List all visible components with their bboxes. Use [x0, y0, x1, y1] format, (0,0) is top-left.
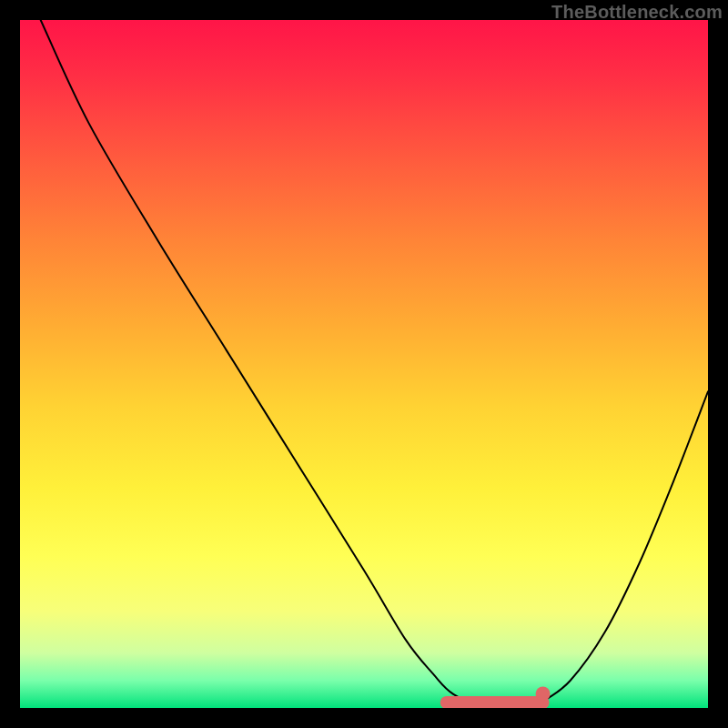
chart-root: { "attribution": "TheBottleneck.com", "c…	[0, 0, 728, 728]
plot-area	[20, 20, 708, 708]
highlight-dot	[536, 686, 551, 701]
chart-overlay-svg	[20, 20, 708, 708]
curve-path	[41, 20, 708, 708]
